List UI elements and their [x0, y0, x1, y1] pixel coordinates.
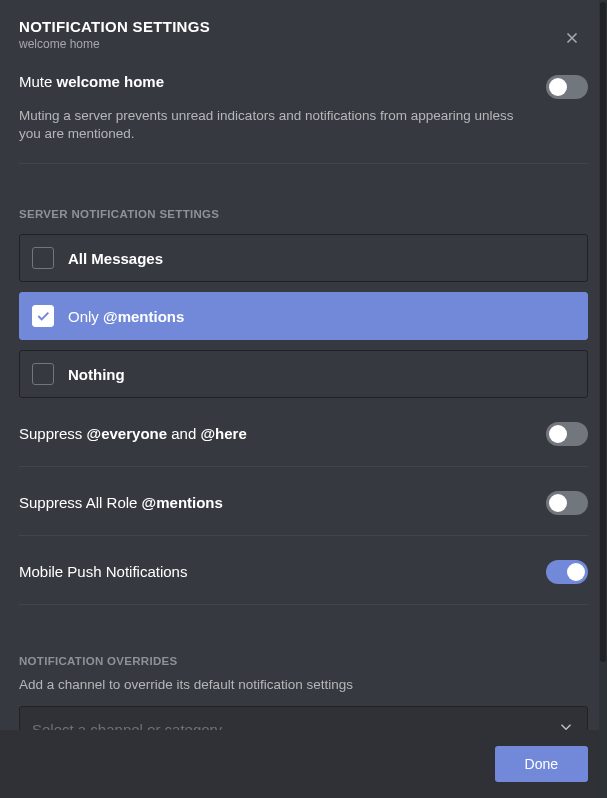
suppress-roles-label: Suppress All Role @mentions	[19, 494, 223, 511]
done-button[interactable]: Done	[495, 746, 588, 782]
divider	[19, 466, 588, 467]
modal-header: NOTIFICATION SETTINGS welcome home	[19, 18, 588, 51]
close-button[interactable]	[560, 26, 584, 50]
divider	[19, 163, 588, 164]
suppress-everyone-toggle[interactable]	[546, 422, 588, 446]
suppress-roles-toggle[interactable]	[546, 491, 588, 515]
suppress-everyone-row: Suppress @everyone and @here	[19, 420, 588, 446]
channel-select-placeholder: Select a channel or category...	[32, 721, 234, 730]
channel-select[interactable]: Select a channel or category...	[19, 706, 588, 730]
modal-body: NOTIFICATION SETTINGS welcome home Mute …	[0, 0, 607, 730]
option-all-messages[interactable]: All Messages	[19, 234, 588, 282]
option-label: Nothing	[68, 366, 125, 383]
suppress-roles-row: Suppress All Role @mentions	[19, 489, 588, 515]
notification-settings-modal: NOTIFICATION SETTINGS welcome home Mute …	[0, 0, 607, 798]
notification-level-group: All Messages Only @mentions Nothing	[19, 234, 588, 398]
scrollbar-thumb[interactable]	[600, 2, 606, 662]
mobile-push-label: Mobile Push Notifications	[19, 563, 187, 580]
checkbox-icon	[32, 247, 54, 269]
chevron-down-icon	[557, 718, 575, 730]
divider	[19, 535, 588, 536]
notification-overrides-description: Add a channel to override its default no…	[19, 677, 588, 692]
mobile-push-toggle[interactable]	[546, 560, 588, 584]
option-label: All Messages	[68, 250, 163, 267]
divider	[19, 604, 588, 605]
mobile-push-row: Mobile Push Notifications	[19, 558, 588, 584]
close-icon	[563, 29, 581, 47]
option-only-mentions[interactable]: Only @mentions	[19, 292, 588, 340]
mute-server-label: Mute welcome home	[19, 73, 164, 90]
modal-title: NOTIFICATION SETTINGS	[19, 18, 210, 35]
modal-footer: Done	[0, 730, 607, 798]
option-nothing[interactable]: Nothing	[19, 350, 588, 398]
checkbox-icon	[32, 363, 54, 385]
suppress-everyone-label: Suppress @everyone and @here	[19, 425, 247, 442]
notification-overrides-header: NOTIFICATION OVERRIDES	[19, 655, 588, 667]
scrollbar-track[interactable]	[599, 0, 607, 798]
checkbox-icon	[32, 305, 54, 327]
mute-server-description: Muting a server prevents unread indicato…	[19, 107, 539, 143]
mute-server-row: Mute welcome home	[19, 73, 588, 99]
modal-subtitle: welcome home	[19, 37, 210, 51]
server-notification-settings-header: SERVER NOTIFICATION SETTINGS	[19, 208, 588, 220]
mute-server-toggle[interactable]	[546, 75, 588, 99]
option-label: Only @mentions	[68, 308, 184, 325]
